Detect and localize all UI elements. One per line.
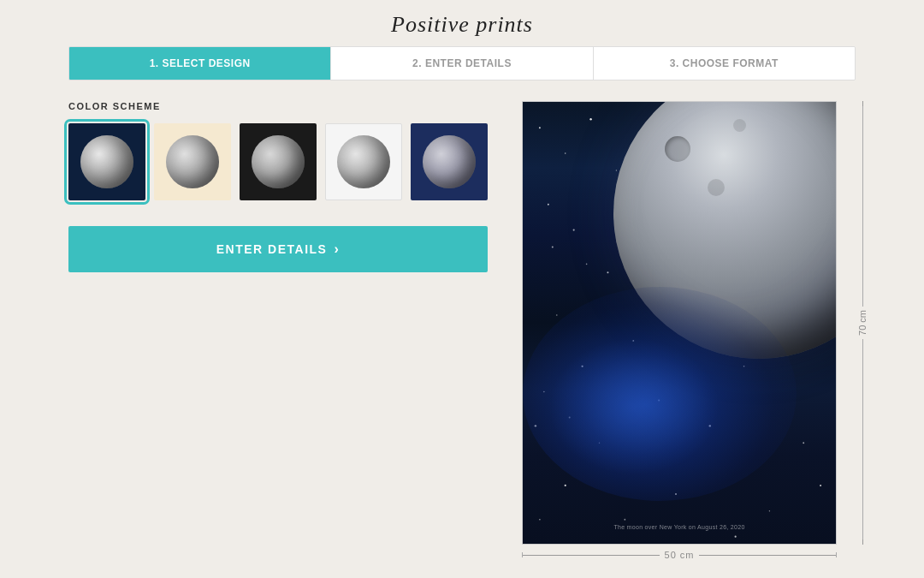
enter-details-label: ENTER DETAILS	[216, 242, 328, 256]
enter-details-button[interactable]: ENTER DETAILS ›	[68, 226, 488, 272]
poster-caption: The moon over New York on August 26, 202…	[613, 524, 744, 530]
svg-point-17	[565, 485, 566, 486]
width-label: 50 cm	[660, 550, 700, 560]
svg-point-18	[539, 519, 541, 521]
swatch-white[interactable]	[325, 123, 402, 200]
horiz-line	[523, 555, 660, 556]
brand-logo: Positive prints	[391, 12, 533, 37]
dimension-height-line: 70 cm	[845, 101, 880, 545]
svg-point-3	[616, 170, 617, 170]
svg-point-32	[769, 510, 770, 511]
moon-icon-cream	[166, 135, 219, 188]
svg-point-20	[624, 519, 625, 521]
svg-point-31	[820, 485, 821, 486]
color-swatches	[68, 123, 488, 200]
vline-bottom	[862, 339, 863, 539]
color-scheme-label: COLOR SCHEME	[68, 101, 488, 111]
svg-point-0	[539, 127, 541, 128]
svg-point-11	[607, 271, 608, 273]
chevron-right-icon: ›	[334, 241, 340, 257]
header: Positive prints	[0, 0, 924, 46]
svg-point-5	[548, 204, 549, 206]
steps-bar: 1. SELECT DESIGN 2. ENTER DETAILS 3. CHO…	[68, 46, 856, 80]
step-choose-format[interactable]: 3. CHOOSE FORMAT	[594, 47, 855, 80]
main-content: COLOR SCHEME ENTER DETAILS ›	[68, 101, 856, 560]
vline-top	[862, 106, 863, 307]
nebula-glow-2	[548, 338, 720, 475]
moon-icon-navy	[423, 135, 476, 188]
dimension-height-inner: 70 cm	[857, 101, 868, 545]
tick-bottom	[862, 539, 863, 545]
swatch-navy[interactable]	[411, 123, 488, 200]
moon-icon-black	[252, 135, 305, 188]
step-enter-details[interactable]: 2. ENTER DETAILS	[331, 47, 593, 80]
svg-point-12	[556, 314, 558, 316]
swatch-black[interactable]	[240, 123, 317, 200]
svg-point-33	[735, 536, 737, 538]
horiz-line-right	[699, 555, 836, 556]
left-panel: COLOR SCHEME ENTER DETAILS ›	[68, 101, 488, 560]
moon-icon-dark-blue	[80, 135, 133, 188]
svg-point-6	[573, 229, 575, 230]
poster-frame: The moon over New York on August 26, 202…	[522, 101, 837, 545]
svg-point-27	[552, 246, 554, 247]
moon-icon-white	[337, 135, 390, 188]
svg-point-1	[565, 152, 566, 154]
step-select-design[interactable]: 1. SELECT DESIGN	[69, 47, 331, 80]
right-panel: The moon over New York on August 26, 202…	[522, 101, 856, 560]
swatch-dark-blue[interactable]	[68, 123, 145, 200]
height-label: 70 cm	[857, 307, 868, 339]
poster-container: The moon over New York on August 26, 202…	[522, 101, 837, 560]
tick-right	[836, 552, 837, 557]
swatch-cream[interactable]	[154, 123, 231, 200]
svg-point-30	[803, 442, 804, 444]
dimension-width-line: 50 cm	[522, 550, 837, 560]
svg-point-28	[586, 264, 588, 265]
svg-point-2	[589, 118, 591, 120]
